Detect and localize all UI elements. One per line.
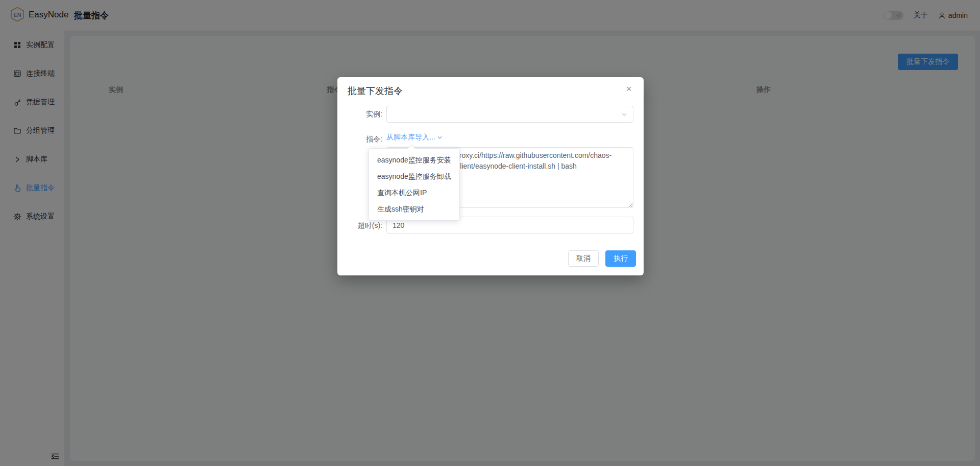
chevron-down-icon xyxy=(621,111,627,118)
script-option-public-ip[interactable]: 查询本机公网IP xyxy=(369,184,459,201)
cancel-button[interactable]: 取消 xyxy=(568,250,599,267)
instance-select[interactable] xyxy=(386,106,633,123)
instance-label: 实例: xyxy=(337,110,382,119)
script-option-uninstall[interactable]: easynode监控服务卸载 xyxy=(369,168,459,184)
close-icon[interactable]: × xyxy=(623,83,634,95)
timeout-label: 超时(s): xyxy=(337,221,382,230)
import-from-scripts-link[interactable]: 从脚本库导入... xyxy=(386,133,443,142)
chevron-down-icon xyxy=(437,135,443,141)
script-option-ssh-keypair[interactable]: 生成ssh密钥对 xyxy=(369,201,459,217)
script-option-install[interactable]: easynode监控服务安装 xyxy=(369,152,459,168)
command-label: 指令: xyxy=(337,135,382,144)
modal-title: 批量下发指令 xyxy=(348,85,403,97)
script-dropdown: easynode监控服务安装 easynode监控服务卸载 查询本机公网IP 生… xyxy=(369,148,460,221)
execute-button[interactable]: 执行 xyxy=(605,250,636,267)
